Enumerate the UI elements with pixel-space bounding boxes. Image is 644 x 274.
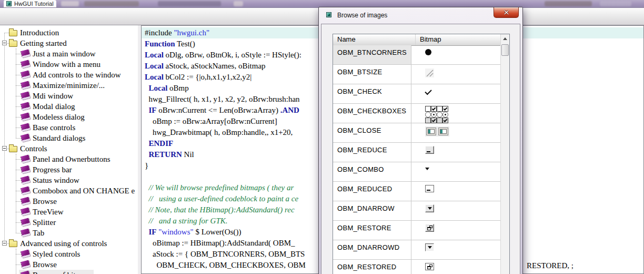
code-token: "hwgui.ch" — [174, 28, 209, 37]
name-cell[interactable]: OBM_COMBO — [333, 162, 411, 181]
code-token: Nil — [182, 150, 194, 159]
table-row-obm-reduced[interactable]: OBM_REDUCED — [333, 182, 500, 201]
column-header-bitmap[interactable]: Bitmap — [415, 34, 441, 45]
bitmap-cell — [411, 221, 500, 240]
table-row-obm-btsize[interactable]: OBM_BTSIZE — [333, 65, 500, 84]
name-cell[interactable]: OBM_CHECK — [333, 84, 411, 103]
scroll-up-button[interactable] — [501, 34, 509, 43]
name-cell[interactable]: OBM_REDUCE — [333, 143, 411, 162]
name-cell[interactable]: OBM_RESTORE — [333, 221, 411, 240]
collapse-minus-icon[interactable] — [2, 146, 7, 151]
code-token: IF — [149, 106, 157, 114]
tree-item-modeless-dialog[interactable]: Modeless dialog — [0, 112, 138, 122]
blurred-taskbar-item — [600, 1, 631, 6]
bitmap-cell — [411, 84, 500, 103]
table-row-obm-check[interactable]: OBM_CHECK — [333, 84, 500, 104]
code-token: OBM_CHECK, OBM_CHECKBOXES, OBM — [145, 261, 306, 269]
down-arrow-button-pressed-bitmap — [425, 243, 434, 251]
table-row-obm-dnarrow[interactable]: OBM_DNARROW — [333, 201, 500, 221]
tree-item-panel-and-ownerbuttons[interactable]: Panel and Ownerbuttons — [0, 154, 138, 164]
tree-item-window-with-a-menu[interactable]: Window with a menu — [0, 59, 138, 70]
code-token: $ Lower(Os()) — [194, 228, 242, 236]
table-header: Name Bitmap — [333, 34, 500, 46]
tree-item-controls[interactable]: Controls — [0, 143, 138, 154]
code-token: ENDIF — [149, 139, 174, 148]
name-cell[interactable]: OBM_DNARROW — [333, 201, 411, 220]
name-cell[interactable]: OBM_REDUCED — [333, 182, 411, 201]
blurred-taskbar-item — [234, 1, 243, 6]
code-token — [145, 150, 149, 159]
name-cell[interactable]: OBM_RESTORED — [333, 260, 411, 274]
code-token: Test() — [175, 40, 195, 48]
tree-item-status-window[interactable]: Status window — [0, 175, 138, 185]
tree-item-standard-dialogs[interactable]: Standard dialogs — [0, 133, 138, 143]
scrollbar-thumb[interactable] — [501, 44, 509, 56]
book-icon — [21, 175, 31, 184]
tree-item-combobox-on-change[interactable]: Combobox and ON CHANGE e — [0, 185, 138, 196]
tree-item-tab[interactable]: Tab — [0, 228, 138, 238]
name-cell[interactable]: OBM_BTNCORNERS — [333, 45, 411, 64]
blurred-taskbar-item — [84, 1, 139, 6]
dialog-client-area: Name Bitmap OBM_BTNCORNERS OBM_BTSIZE — [321, 24, 520, 274]
tree-item-modal-dialog[interactable]: Modal dialog — [0, 101, 138, 112]
table-row-obm-combo[interactable]: OBM_COMBO — [333, 162, 500, 182]
checkbox-radio-grid-bitmap — [425, 106, 448, 123]
tree-item-label: Maximize/minimize/... — [33, 80, 105, 91]
tree-item-browse-2[interactable]: Browse — [0, 259, 138, 270]
table-row-obm-restored[interactable]: OBM_RESTORED — [333, 260, 500, 274]
tree-item-introduction[interactable]: Introduction — [0, 27, 138, 38]
name-cell[interactable]: OBM_DNARROWD — [333, 240, 411, 259]
tree-item-label: Panel and Ownerbuttons — [33, 154, 110, 164]
book-icon — [21, 70, 31, 79]
name-cell[interactable]: OBM_CLOSE — [333, 123, 411, 142]
tree-item-browse-of-bitmaps[interactable]: Browse of bitmaps — [0, 270, 138, 274]
scrollbar[interactable] — [500, 34, 509, 274]
tree-item-advanced-using-of-controls[interactable]: Advanced using of controls — [0, 238, 138, 249]
code-token — [145, 84, 149, 92]
table-row-obm-dnarrowd[interactable]: OBM_DNARROWD — [333, 240, 500, 260]
tutorial-tree[interactable]: Introduction Getting started Just a main… — [0, 25, 138, 274]
collapse-minus-icon[interactable] — [2, 241, 7, 246]
table-row-obm-reduce[interactable]: OBM_REDUCE — [333, 143, 500, 162]
filled-circle-bitmap — [425, 49, 431, 55]
code-token: // using a user-defined codeblock to pai… — [145, 194, 298, 203]
tree-item-label: Advanced using of controls — [20, 238, 107, 249]
tree-item-mdi-window[interactable]: Mdi window — [0, 91, 138, 101]
code-token: IF — [149, 228, 157, 236]
tree-item-styled-controls[interactable]: Styled controls — [0, 249, 138, 259]
code-token: RETURN — [149, 150, 182, 159]
book-icon — [21, 165, 31, 173]
table-row-obm-btncorners[interactable]: OBM_BTNCORNERS — [333, 45, 500, 65]
tree-item-label: Browse of bitmaps — [33, 270, 92, 274]
code-token: hwg_Drawbitmap( h, oBmp:handle,, x1+20, — [145, 128, 295, 136]
bitmap-cell — [411, 123, 500, 142]
bitmap-cell — [411, 240, 500, 259]
book-icon — [21, 49, 31, 57]
tree-item-maximize-minimize[interactable]: Maximize/minimize/... — [0, 80, 138, 91]
book-icon — [21, 81, 31, 89]
tree-item-just-a-main-window[interactable]: Just a main window — [0, 48, 138, 59]
bitmap-cell — [411, 143, 500, 162]
browse-table[interactable]: Name Bitmap OBM_BTNCORNERS OBM_BTSIZE — [333, 34, 510, 274]
tree-item-treeview[interactable]: TreeView — [0, 207, 138, 217]
tree-item-browse[interactable]: Browse — [0, 196, 138, 207]
tree-item-splitter[interactable]: Splitter — [0, 217, 138, 228]
collapse-minus-icon[interactable] — [2, 41, 7, 45]
dialog-titlebar[interactable]: Browse of images — [319, 7, 522, 23]
tree-item-progress-bar[interactable]: Progress bar — [0, 164, 138, 175]
column-header-name[interactable]: Name — [333, 34, 415, 45]
close-button[interactable] — [494, 7, 519, 18]
tree-item-base-controls[interactable]: Base controls — [0, 122, 138, 133]
name-cell[interactable]: OBM_BTSIZE — [333, 65, 411, 84]
name-cell[interactable]: OBM_CHECKBOXES — [333, 104, 411, 123]
code-token: oBitmap := HBitmap():AddStandard( OBM_ — [145, 239, 295, 247]
tree-item-add-controls-to-the-window[interactable]: Add controls to the window — [0, 70, 138, 80]
tree-item-getting-started[interactable]: Getting started — [0, 38, 138, 48]
table-row-obm-checkboxes[interactable]: OBM_CHECKBOXES — [333, 104, 500, 123]
dialog-title: Browse of images — [337, 12, 387, 19]
folder-icon — [9, 41, 17, 47]
book-icon — [21, 197, 31, 205]
table-row-obm-close[interactable]: OBM_CLOSE — [333, 123, 500, 143]
table-row-obm-restore[interactable]: OBM_RESTORE — [333, 221, 500, 240]
app-tab[interactable]: HwGUI Tutorial — [4, 0, 56, 7]
